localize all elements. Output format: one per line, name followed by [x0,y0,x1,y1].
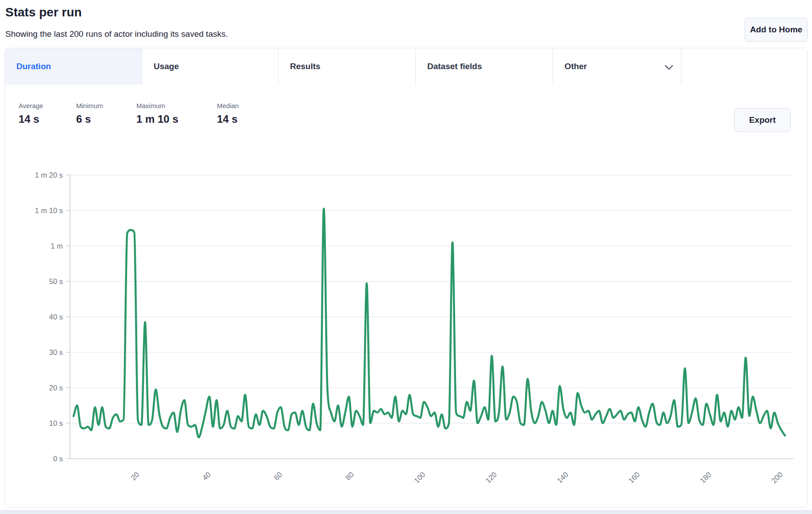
stat-maximum-label: Maximum [136,102,178,109]
tab-other[interactable]: Other [553,48,681,85]
stat-median-label: Median [217,102,239,109]
tab-results[interactable]: Results [278,48,416,85]
stat-median: Median 14 s [217,102,239,125]
stat-median-value: 14 s [217,113,239,125]
tab-dataset-fields[interactable]: Dataset fields [416,48,553,85]
tab-other-label: Other [565,62,587,71]
tab-duration[interactable]: Duration [5,48,142,85]
stats-per-run-page: Stats per run Showing the last 200 runs … [0,0,812,514]
stat-minimum-value: 6 s [76,113,103,125]
tab-dataset-fields-label: Dataset fields [427,62,482,71]
stat-minimum-label: Minimum [76,102,103,109]
add-to-home-button[interactable]: Add to Home [745,18,808,42]
stats-tabbar: Duration Usage Results Dataset fields Ot… [5,48,807,85]
tab-usage[interactable]: Usage [142,48,278,85]
tabbar-spacer [681,48,807,85]
page-title: Stats per run [5,5,82,19]
stat-maximum: Maximum 1 m 10 s [136,102,178,125]
stat-average-value: 14 s [19,113,43,125]
chevron-down-icon [664,63,674,73]
tab-duration-label: Duration [16,62,51,71]
stat-average: Average 14 s [19,102,43,125]
stat-average-label: Average [19,102,43,109]
stats-panel: Duration Usage Results Dataset fields Ot… [4,48,808,508]
next-section-edge [0,510,812,514]
export-button[interactable]: Export [734,108,791,132]
tab-usage-label: Usage [154,62,179,71]
tab-results-label: Results [290,62,321,71]
stat-minimum: Minimum 6 s [76,102,103,125]
page-subtitle: Showing the last 200 runs of actor inclu… [5,29,228,39]
stat-maximum-value: 1 m 10 s [136,113,178,125]
